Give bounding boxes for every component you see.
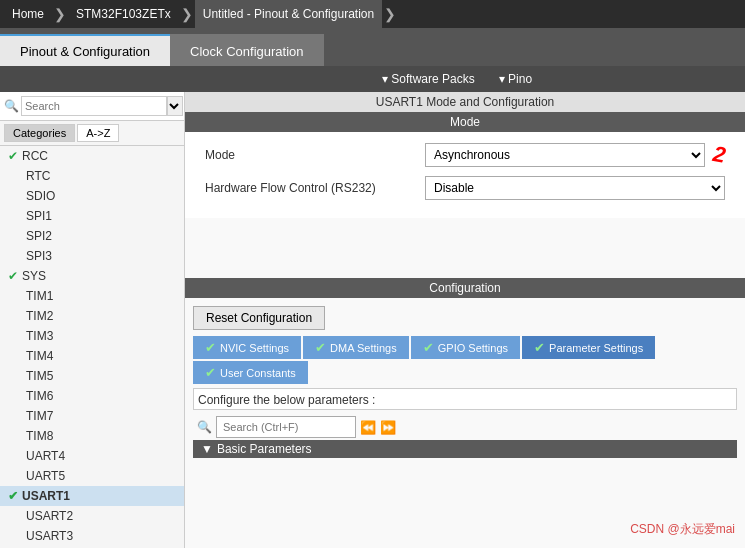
sidebar-item-label: USART3 [26,529,73,543]
sidebar-search-dropdown[interactable]: ▼ [167,96,183,116]
sidebar-item-label: TIM8 [26,429,53,443]
param-prev-button[interactable]: ⏪ [360,420,376,435]
breadcrumb-bar: Home ❯ STM32F103ZETx ❯ Untitled - Pinout… [0,0,745,28]
check-icon: ✔ [8,149,18,163]
sidebar-item-tim7[interactable]: TIM7 [0,406,184,426]
param-description-text: Configure the below parameters : [198,393,375,407]
sidebar-item-spi3[interactable]: SPI3 [0,246,184,266]
sidebar-item-label: RTC [26,169,50,183]
hw-flow-label: Hardware Flow Control (RS232) [205,181,425,195]
sidebar-item-spi1[interactable]: SPI1 [0,206,184,226]
sidebar-item-rtc[interactable]: RTC [0,166,184,186]
breadcrumb-project[interactable]: Untitled - Pinout & Configuration [195,0,382,28]
usart-section-title-text: USART1 Mode and Configuration [376,95,555,109]
sidebar-item-label: TIM5 [26,369,53,383]
basic-params-bar: ▼ Basic Parameters [193,440,737,458]
tab-check-icon: ✔ [205,340,216,355]
sidebar-item-usart1[interactable]: ✔USART1 [0,486,184,506]
sidebar-item-uart5[interactable]: UART5 [0,466,184,486]
settings-tab-label: GPIO Settings [438,342,508,354]
config-section: Reset Configuration ✔NVIC Settings✔DMA S… [185,298,745,466]
watermark-text: CSDN @永远爱mai [630,522,735,536]
settings-tab-param[interactable]: ✔Parameter Settings [522,336,655,359]
sidebar-item-label: SPI2 [26,229,52,243]
settings-tab-gpio[interactable]: ✔GPIO Settings [411,336,520,359]
tab-check-icon: ✔ [315,340,326,355]
param-search-input[interactable] [216,416,356,438]
settings-tab-label: Parameter Settings [549,342,643,354]
sub-tab-pino[interactable]: ▾ Pino [487,70,544,88]
content-area: USART1 Mode and Configuration Mode Mode … [185,92,745,548]
sidebar-item-label: TIM3 [26,329,53,343]
sidebar-item-sdio[interactable]: SDIO [0,186,184,206]
settings-tab-nvic[interactable]: ✔NVIC Settings [193,336,301,359]
sidebar-item-rcc[interactable]: ✔RCC [0,146,184,166]
settings-tabs: ✔NVIC Settings✔DMA Settings✔GPIO Setting… [193,336,737,384]
sidebar-tabs: Categories A->Z [0,121,184,146]
search-icon: 🔍 [4,99,19,113]
param-description: Configure the below parameters : [193,388,737,410]
sidebar-item-label: TIM1 [26,289,53,303]
breadcrumb-home[interactable]: Home [4,0,52,28]
sidebar-item-label: SDIO [26,189,55,203]
main-layout: 🔍 ▼ ⚙ Categories A->Z ✔RCCRTCSDIOSPI1SPI… [0,92,745,548]
sidebar-item-tim3[interactable]: TIM3 [0,326,184,346]
sidebar-item-tim2[interactable]: TIM2 [0,306,184,326]
breadcrumb-device[interactable]: STM32F103ZETx [68,0,179,28]
sidebar-item-label: TIM4 [26,349,53,363]
hw-flow-select[interactable]: Disable [425,176,725,200]
search-param-icon: 🔍 [197,420,212,434]
sidebar-item-label: SPI3 [26,249,52,263]
tab-pinout[interactable]: Pinout & Configuration [0,34,170,66]
watermark: CSDN @永远爱mai [630,521,735,538]
breadcrumb-arrow-3: ❯ [384,6,396,22]
reset-config-button[interactable]: Reset Configuration [193,306,325,330]
mode-dark-bar-label: Mode [450,115,480,129]
breadcrumb-project-label: Untitled - Pinout & Configuration [203,7,374,21]
config-dark-bar-label: Configuration [429,281,500,295]
sidebar-tab-atoz[interactable]: A->Z [77,124,119,142]
basic-params-label: Basic Parameters [217,442,312,456]
sidebar-item-usart3[interactable]: USART3 [0,526,184,546]
sidebar-item-tim8[interactable]: TIM8 [0,426,184,446]
tab-clock[interactable]: Clock Configuration [170,34,323,66]
settings-tab-label: NVIC Settings [220,342,289,354]
sub-tab-bar: ▾ Software Packs ▾ Pino [0,66,745,92]
sidebar-item-tim1[interactable]: TIM1 [0,286,184,306]
main-tab-bar: Pinout & Configuration Clock Configurati… [0,28,745,66]
breadcrumb-device-label: STM32F103ZETx [76,7,171,21]
sidebar-item-tim4[interactable]: TIM4 [0,346,184,366]
annotation-2: 2 [711,141,728,169]
settings-tab-dma[interactable]: ✔DMA Settings [303,336,409,359]
sidebar-item-label: TIM2 [26,309,53,323]
reset-config-label: Reset Configuration [206,311,312,325]
sidebar-item-spi2[interactable]: SPI2 [0,226,184,246]
sidebar-item-label: TIM7 [26,409,53,423]
sidebar-item-label: USART2 [26,509,73,523]
sidebar-item-tim5[interactable]: TIM5 [0,366,184,386]
sidebar-item-label: TIM6 [26,389,53,403]
sidebar-item-tim6[interactable]: TIM6 [0,386,184,406]
config-dark-bar: Configuration [185,278,745,298]
sidebar-search-input[interactable] [21,96,167,116]
tab-pinout-label: Pinout & Configuration [20,44,150,59]
sidebar-item-label: UART4 [26,449,65,463]
param-next-button[interactable]: ⏩ [380,420,396,435]
param-search-row: 🔍 ⏪ ⏩ [193,414,737,440]
sidebar-item-sys[interactable]: ✔SYS [0,266,184,286]
sidebar-item-usart2[interactable]: USART2 [0,506,184,526]
sidebar-tab-categories[interactable]: Categories [4,124,75,142]
breadcrumb-arrow-1: ❯ [54,6,66,22]
mode-select[interactable]: Asynchronous [425,143,705,167]
sidebar-item-uart4[interactable]: UART4 [0,446,184,466]
sub-tab-software-packs[interactable]: ▾ Software Packs [370,70,487,88]
mode-section: Mode Asynchronous 2 Hardware Flow Contro… [185,132,745,218]
sidebar-item-label: RCC [22,149,48,163]
settings-tab-label: DMA Settings [330,342,397,354]
settings-tab-user[interactable]: ✔User Constants [193,361,308,384]
tab-clock-label: Clock Configuration [190,44,303,59]
settings-tab-label: User Constants [220,367,296,379]
usart-section-title: USART1 Mode and Configuration [185,92,745,112]
sidebar: 🔍 ▼ ⚙ Categories A->Z ✔RCCRTCSDIOSPI1SPI… [0,92,185,548]
tab-check-icon: ✔ [205,365,216,380]
